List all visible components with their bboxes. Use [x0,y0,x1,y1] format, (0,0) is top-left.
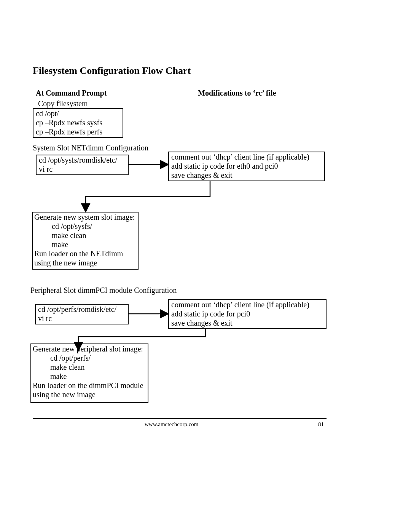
text: Run loader on the NETdimm [34,249,136,258]
text: using the new image [34,258,136,267]
text: Generate new system slot image: [34,212,136,222]
text: add static ip code for eth0 and pci0 [171,161,322,171]
label-system-slot: System Slot NETdimm Configuration [33,143,148,152]
box-sysfs-rc-mods: comment out ‘dhcp’ client line (if appli… [168,152,325,181]
text: vi rc [39,165,126,174]
text: cd /opt/sysfs/romdisk/etc/ [39,155,126,165]
footer-rule [33,418,327,419]
text: save changes & exit [171,318,323,328]
box-perfs-make: Generate new peripheral slot image: cd /… [30,343,148,403]
text: save changes & exit [171,171,322,180]
text: vi rc [38,314,126,323]
box-sysfs-make: Generate new system slot image: cd /opt/… [32,212,139,270]
box-perfs-edit: cd /opt/perfs/romdisk/etc/ vi rc [35,304,129,324]
box-perfs-rc-mods: comment out ‘dhcp’ client line (if appli… [168,299,327,329]
page: Filesystem Configuration Flow Chart At C… [0,0,411,532]
label-copy-filesystem: Copy filesystem [38,99,88,108]
text: cp –Rpdx newfs perfs [36,127,120,136]
text: make [34,240,136,249]
text: using the new image [33,390,146,399]
text: cd /opt/sysfs/ [34,222,136,231]
text: cp –Rpdx newfs sysfs [36,118,120,127]
footer-url: www.amctechcorp.com [145,421,198,428]
text: comment out ‘dhcp’ client line (if appli… [171,152,322,161]
text: make [33,372,146,381]
text: Run loader on the dimmPCI module [33,381,146,390]
text: cd /opt/perfs/romdisk/etc/ [38,305,126,314]
box-copy-filesystem: cd /opt/ cp –Rpdx newfs sysfs cp –Rpdx n… [33,108,123,138]
text: Generate new peripheral slot image: [33,344,146,353]
text: cd /opt/perfs/ [33,353,146,363]
text: add static ip code for pci0 [171,309,323,318]
column-head-right: Modifications to ‘rc’ file [198,88,276,97]
footer-page-number: 81 [318,421,324,428]
page-title: Filesystem Configuration Flow Chart [33,66,191,75]
column-head-left: At Command Prompt [36,88,107,97]
text: cd /opt/ [36,109,120,118]
box-sysfs-edit: cd /opt/sysfs/romdisk/etc/ vi rc [36,155,129,175]
text: make clean [33,363,146,372]
text: make clean [34,231,136,240]
label-peripheral-slot: Peripheral Slot dimmPCI module Configura… [30,286,177,295]
text: comment out ‘dhcp’ client line (if appli… [171,300,323,309]
